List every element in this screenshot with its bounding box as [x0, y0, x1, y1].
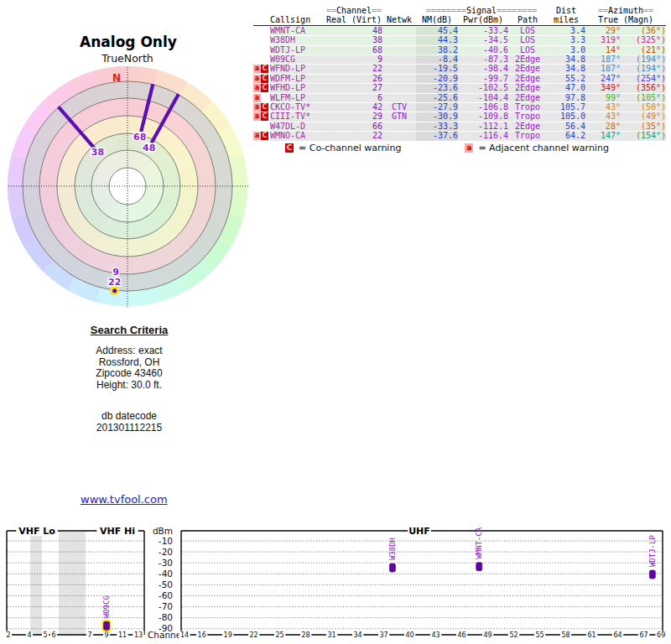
- search-criteria: Search Criteria Address: exactRossford, …: [49, 324, 210, 434]
- cell-callsign: WMNO-CA: [270, 132, 325, 140]
- cell-path: 2Edge: [508, 94, 547, 102]
- cell-miles: 34.8: [547, 55, 585, 64]
- cell-miles: 56.4: [547, 122, 585, 131]
- cell-pwr: -87.3: [458, 55, 508, 64]
- radar-channel-label: 9: [112, 267, 119, 278]
- adjacent-warning-icon: [253, 46, 261, 55]
- cell-azimuth-magn: (21°): [621, 46, 666, 55]
- station-row[interactable]: aCWFHD-LP27-23.6-102.52Edge47.0349°(356°…: [253, 84, 666, 92]
- channel-tick-label: 19: [224, 631, 232, 639]
- radar-title: Analog Only: [0, 34, 257, 50]
- spectrum-marker-callsign: W09CG: [102, 595, 111, 618]
- db-datecode-line: db datecode: [49, 411, 210, 423]
- cell-path: 2Edge: [508, 55, 547, 64]
- co-channel-warning-icon: C: [261, 84, 268, 92]
- cell-netwk: [382, 65, 416, 73]
- criteria-line: Zipcode 43460: [49, 368, 210, 380]
- cell-azimuth-magn: (194°): [621, 65, 666, 73]
- radar-channel-label: 22: [108, 277, 121, 288]
- cell-pwr: -33.4: [458, 27, 508, 35]
- cell-path: LOS: [508, 46, 547, 55]
- cell-netwk: [382, 94, 416, 102]
- true-north-label: TrueNorth: [101, 52, 153, 65]
- criteria-line: Height: 30.0 ft.: [49, 380, 210, 392]
- station-row[interactable]: aCWDFM-LP26-20.9-99.72Edge55.2247°(254°): [253, 75, 666, 83]
- adjacent-warning-icon: [253, 27, 261, 35]
- cell-pwr: -34.5: [458, 36, 508, 44]
- cell-warnings: aC: [253, 112, 270, 121]
- spectrum-marker: [476, 563, 482, 571]
- cell-nm: -27.9: [416, 103, 458, 112]
- channel-tick-label: 13: [134, 631, 143, 639]
- cell-nm: -23.6: [416, 84, 458, 92]
- adjacent-warning-icon: [253, 36, 261, 44]
- cell-callsign: W38DH: [270, 36, 325, 44]
- spectrum-gap-band: [59, 532, 86, 635]
- vhf-lo-label: VHF Lo: [18, 526, 55, 537]
- tvfool-link[interactable]: www.tvfool.com: [81, 493, 168, 506]
- spectrum-gap-band: [30, 532, 42, 635]
- cell-azimuth-magn: (154°): [621, 132, 666, 140]
- co-channel-legend-text: = Co-channel warning: [299, 143, 401, 153]
- station-row[interactable]: WDTJ-LP6838.2-40.6LOS3.014°(21°): [253, 46, 666, 55]
- cell-pwr: -40.6: [458, 46, 508, 55]
- channel-tick-label: 52: [509, 631, 518, 639]
- spectrum-marker: [389, 564, 395, 572]
- cell-azimuth-magn: (36°): [621, 27, 666, 35]
- cell-nm: -30.9: [416, 112, 458, 121]
- cell-channel-real: 68: [325, 46, 382, 55]
- cell-channel-real: 27: [325, 84, 382, 92]
- cell-azimuth-magn: (356°): [621, 84, 666, 92]
- cell-path: Tropo: [508, 132, 547, 140]
- channel-tick-label: 11: [118, 631, 127, 639]
- criteria-line: Rossford, OH: [49, 357, 210, 369]
- radar-dot: [112, 288, 117, 293]
- co-channel-warning-icon: C: [261, 75, 268, 83]
- cell-miles: 105.0: [547, 112, 585, 121]
- station-row[interactable]: aCWMNO-CA22-37.6-116.4Tropo64.2147°(154°…: [253, 132, 666, 140]
- cell-netwk: [382, 46, 416, 55]
- channel-tick-label: 49: [483, 631, 492, 639]
- station-row[interactable]: W38DH3844.3-34.5LOS3.3319°(325°): [253, 36, 666, 44]
- cell-path: LOS: [508, 36, 547, 44]
- channel-tick-label: 25: [276, 631, 284, 639]
- radar-channel-label: 68: [133, 132, 146, 143]
- north-label: N: [112, 72, 121, 84]
- station-row[interactable]: aCCIII-TV*29GTN-30.9-109.8Tropo105.043°(…: [253, 112, 666, 121]
- cell-pwr: -106.8: [458, 103, 508, 112]
- cell-channel-real: 66: [325, 122, 382, 131]
- cell-azimuth-true: 349°: [585, 84, 621, 92]
- co-channel-legend: C = Co-channel warning: [285, 143, 401, 153]
- station-row[interactable]: WMNT-CA4845.4-33.4LOS3.429°(36°): [253, 27, 666, 35]
- cell-netwk: CTV: [382, 103, 416, 112]
- cell-pwr: -99.7: [458, 75, 508, 83]
- station-row[interactable]: aCWFND-LP22-19.5-98.42Edge34.8187°(194°): [253, 65, 666, 73]
- dbm-tick-label: -50: [159, 579, 173, 589]
- station-row[interactable]: W09CG9-8.4-87.32Edge34.8187°(194°): [253, 55, 666, 64]
- adjacent-warning-icon: a: [253, 84, 261, 92]
- station-row[interactable]: W47DL-D66-33.3-112.12Edge56.428°(35°): [253, 122, 666, 131]
- channel-tick-label: 22: [250, 631, 258, 639]
- spectrum-marker: [649, 570, 655, 579]
- adjacent-warning-icon: [253, 122, 261, 131]
- header-channel-group: ==Channel==: [325, 7, 382, 15]
- cell-warnings: [253, 122, 270, 131]
- station-row[interactable]: aCCKCO-TV*42CTV-27.9-106.8Tropo105.743°(…: [253, 103, 666, 112]
- criteria-line: Address: exact: [49, 345, 210, 357]
- cell-path: Tropo: [508, 112, 547, 121]
- adjacent-warning-icon: a: [253, 65, 261, 73]
- station-row[interactable]: aWLFM-LP6-25.6-104.42Edge97.899°(105°): [253, 94, 666, 102]
- channel-tick-label: 28: [302, 631, 310, 639]
- cell-channel-real: 9: [325, 55, 382, 64]
- cell-warnings: aC: [253, 132, 270, 140]
- cell-warnings: aC: [253, 75, 270, 83]
- cell-pwr: -102.5: [458, 84, 508, 92]
- cell-netwk: [382, 122, 416, 131]
- search-criteria-lines: Address: exactRossford, OHZipcode 43460H…: [49, 345, 210, 391]
- dbm-tick-label: -30: [159, 558, 173, 568]
- cell-azimuth-true: 14°: [585, 46, 621, 55]
- spectrum-marker-callsign: W38DH: [388, 538, 397, 560]
- adjacent-warning-icon: a: [253, 112, 261, 121]
- cell-pwr: -116.4: [458, 132, 508, 140]
- co-channel-warning-icon: C: [261, 103, 268, 112]
